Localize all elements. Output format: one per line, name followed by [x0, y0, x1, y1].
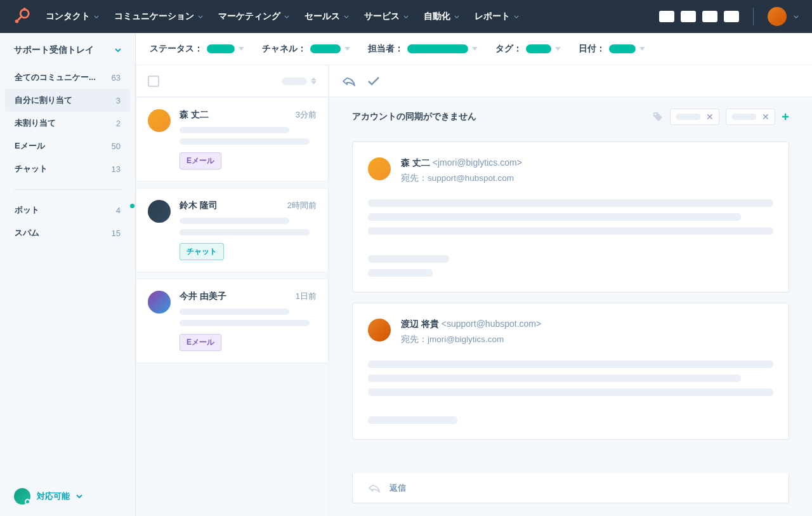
channel-badge: Eメール	[180, 152, 221, 169]
caret-up-icon	[311, 77, 317, 81]
caret-down-icon	[472, 47, 478, 51]
svg-point-5	[655, 114, 657, 116]
checkmark-icon[interactable]	[367, 76, 380, 86]
sidebar: サポート受信トレイ 全てのコミュニケー...63 自分に割り当て3 未割り当て2…	[0, 33, 136, 516]
filter-channel[interactable]: チャネル：	[262, 43, 350, 55]
list-header	[136, 65, 329, 97]
nav-action-1[interactable]	[659, 11, 674, 22]
caret-down-icon	[555, 47, 561, 51]
avatar	[368, 319, 391, 341]
avatar	[148, 291, 171, 314]
tag-icon	[652, 111, 664, 122]
close-icon[interactable]: ✕	[706, 112, 714, 122]
from-address: <jmori@biglytics.com>	[433, 157, 522, 168]
chevron-down-icon	[403, 15, 409, 18]
to-line: 宛先：support@hubspot.com	[401, 173, 522, 184]
user-avatar[interactable]	[768, 7, 787, 26]
time: 3分前	[296, 109, 317, 121]
divider	[753, 8, 754, 25]
chevron-down-icon[interactable]	[793, 15, 799, 18]
nav-marketing[interactable]: マーケティング	[218, 11, 289, 22]
avatar	[148, 200, 171, 223]
conversation-card[interactable]: 鈴木 隆司2時間前 チャット	[136, 188, 329, 272]
email-body	[368, 361, 773, 424]
reply-label: 返信	[390, 482, 406, 494]
detail-body: 森 丈二 <jmori@biglytics.com> 宛先：support@hu…	[329, 131, 812, 473]
filter-tag[interactable]: タグ：	[495, 43, 561, 55]
sidebar-status[interactable]: 対応可能	[0, 477, 135, 516]
add-tag-button[interactable]: +	[782, 110, 789, 124]
conversation-card[interactable]: 今井 由美子1日前 Eメール	[136, 279, 329, 363]
filter-date[interactable]: 日付：	[579, 43, 645, 55]
time: 2時間前	[287, 200, 317, 211]
chevron-down-icon	[115, 48, 121, 52]
channel-badge: Eメール	[180, 334, 221, 351]
to-line: 宛先：jmori@biglytics.com	[401, 334, 541, 345]
sidebar-item-all[interactable]: 全てのコミュニケー...63	[5, 66, 130, 89]
sidebar-item-spam[interactable]: スパム15	[5, 222, 130, 244]
email-body	[368, 199, 773, 277]
sidebar-list-main: 全てのコミュニケー...63 自分に割り当て3 未割り当て2 Eメール50 チャ…	[0, 66, 135, 180]
select-all-checkbox[interactable]	[148, 76, 159, 87]
from-name: 渡辺 将貴	[401, 319, 439, 329]
avatar	[368, 157, 391, 180]
caret-down-icon	[639, 47, 645, 51]
sidebar-item-email[interactable]: Eメール50	[5, 135, 130, 157]
filter-status[interactable]: ステータス：	[150, 43, 244, 55]
sidebar-item-assigned-me[interactable]: 自分に割り当て3	[5, 89, 130, 112]
filter-bar: ステータス： チャネル： 担当者： タグ： 日付：	[136, 33, 812, 65]
chevron-down-icon	[94, 15, 99, 18]
from-name: 森 丈二	[401, 157, 430, 168]
hubspot-logo-icon	[13, 8, 30, 25]
sender-name: 森 丈二	[180, 109, 209, 121]
chevron-down-icon	[198, 15, 203, 18]
nav-report[interactable]: レポート	[475, 11, 519, 22]
nav-automation[interactable]: 自動化	[424, 11, 459, 22]
reply-icon[interactable]	[342, 76, 356, 87]
sidebar-item-bot[interactable]: ボット4	[5, 199, 130, 222]
sidebar-item-unassigned[interactable]: 未割り当て2	[5, 112, 130, 135]
status-label: 対応可能	[37, 491, 70, 502]
nav-action-4[interactable]	[724, 11, 739, 22]
sidebar-list-secondary: ボット4 スパム15	[0, 199, 135, 244]
top-nav: コンタクト コミュニケーション マーケティング セールス サービス 自動化 レポ…	[0, 0, 812, 33]
content: ステータス： チャネル： 担当者： タグ： 日付：	[136, 33, 812, 516]
sidebar-header[interactable]: サポート受信トレイ	[0, 33, 135, 66]
reply-icon	[368, 483, 381, 493]
chevron-down-icon	[514, 15, 519, 18]
nav-contacts[interactable]: コンタクト	[46, 11, 99, 22]
nav-sales[interactable]: セールス	[304, 11, 349, 22]
chevron-down-icon	[284, 15, 289, 18]
status-avatar	[14, 488, 30, 505]
nav-service[interactable]: サービス	[364, 11, 409, 22]
detail-toolbar	[329, 65, 812, 97]
sidebar-item-chat[interactable]: チャット13	[5, 157, 130, 180]
email-message: 森 丈二 <jmori@biglytics.com> 宛先：support@hu…	[352, 142, 789, 293]
email-message: 渡辺 将貴 <support@hubspot.com> 宛先：jmori@big…	[352, 303, 789, 440]
nav-action-3[interactable]	[702, 11, 717, 22]
time: 1日前	[296, 291, 317, 302]
tag-chip[interactable]: ✕	[726, 109, 775, 125]
close-icon[interactable]: ✕	[762, 112, 769, 122]
sender-name: 鈴木 隆司	[180, 200, 218, 211]
svg-point-1	[20, 10, 29, 18]
detail-header: アカウントの同期ができません ✕ ✕ +	[329, 97, 812, 131]
subject: アカウントの同期ができません	[352, 111, 476, 122]
nav-action-2[interactable]	[681, 11, 696, 22]
unread-dot-icon	[130, 204, 134, 208]
conversation-card[interactable]: 森 丈二3分前 Eメール	[136, 97, 329, 182]
filter-assignee[interactable]: 担当者：	[368, 43, 478, 55]
caret-down-icon	[344, 47, 350, 51]
nav-communication[interactable]: コミュニケーション	[114, 11, 203, 22]
avatar	[148, 109, 171, 132]
sort-control[interactable]	[282, 77, 317, 85]
chevron-down-icon	[344, 15, 349, 18]
tag-area: ✕ ✕ +	[652, 109, 789, 125]
conversation-list: 森 丈二3分前 Eメール 鈴木 隆司2時間前 チャット	[136, 65, 329, 516]
tag-chip[interactable]: ✕	[670, 109, 719, 125]
from-address: <support@hubspot.com>	[442, 319, 541, 329]
chevron-down-icon	[76, 494, 82, 498]
divider	[14, 189, 121, 190]
reply-bar[interactable]: 返信	[352, 473, 789, 503]
svg-line-2	[18, 17, 22, 20]
